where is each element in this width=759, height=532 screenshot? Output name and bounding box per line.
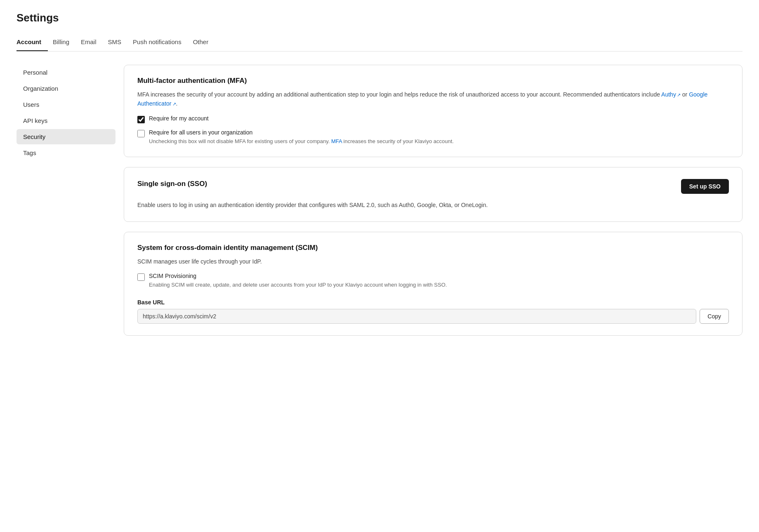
content-area: Personal Organization Users API keys Sec…: [16, 65, 742, 336]
base-url-input-row: Copy: [137, 309, 729, 324]
description-after: .: [176, 100, 178, 107]
tab-billing[interactable]: Billing: [53, 34, 76, 51]
scim-provisioning-label[interactable]: SCIM Provisioning Enabling SCIM will cre…: [149, 273, 447, 289]
sidebar-item-tags[interactable]: Tags: [16, 145, 116, 160]
sso-card-header: Single sign-on (SSO) Set up SSO: [137, 179, 729, 194]
sidebar-item-personal[interactable]: Personal: [16, 65, 116, 80]
sidebar-item-api-keys[interactable]: API keys: [16, 113, 116, 128]
sso-description: Enable users to log in using an authenti…: [137, 200, 729, 210]
external-link-icon-2: ↗: [172, 101, 176, 108]
tab-account[interactable]: Account: [16, 34, 48, 51]
sso-card: Single sign-on (SSO) Set up SSO Enable u…: [124, 167, 742, 221]
sso-card-title: Single sign-on (SSO): [137, 180, 207, 188]
mfa-sublabel-link[interactable]: MFA: [331, 138, 342, 144]
base-url-label: Base URL: [137, 299, 729, 306]
page-title: Settings: [16, 12, 742, 24]
scim-card-title: System for cross-domain identity managem…: [137, 244, 729, 252]
mfa-require-account-row: Require for my account: [137, 115, 729, 123]
tab-other[interactable]: Other: [193, 34, 215, 51]
sidebar: Personal Organization Users API keys Sec…: [16, 65, 124, 336]
tab-push-notifications[interactable]: Push notifications: [133, 34, 188, 51]
tab-email[interactable]: Email: [81, 34, 103, 51]
mfa-card: Multi-factor authentication (MFA) MFA in…: [124, 65, 742, 157]
base-url-input[interactable]: [137, 309, 696, 324]
external-link-icon: ↗: [677, 92, 681, 99]
mfa-description-before: MFA increases the security of your accou…: [137, 91, 661, 98]
scim-provisioning-checkbox[interactable]: [137, 273, 145, 281]
scim-provisioning-sublabel: Enabling SCIM will create, update, and d…: [149, 281, 447, 289]
sidebar-item-organization[interactable]: Organization: [16, 81, 116, 96]
authy-link[interactable]: Authy↗: [661, 91, 681, 98]
base-url-section: Base URL Copy: [137, 299, 729, 324]
set-up-sso-button[interactable]: Set up SSO: [681, 179, 729, 194]
mfa-require-account-label[interactable]: Require for my account: [149, 115, 209, 122]
copy-button[interactable]: Copy: [700, 309, 729, 324]
or-text: or: [681, 91, 689, 98]
tab-sms[interactable]: SMS: [108, 34, 128, 51]
settings-page: Settings Account Billing Email SMS Push …: [0, 0, 759, 532]
scim-provisioning-row: SCIM Provisioning Enabling SCIM will cre…: [137, 273, 729, 289]
scim-description: SCIM manages user life cycles through yo…: [137, 257, 729, 266]
mfa-require-all-users-row: Require for all users in your organizati…: [137, 129, 729, 146]
mfa-require-org-label[interactable]: Require for all users in your organizati…: [149, 129, 454, 146]
main-content: Multi-factor authentication (MFA) MFA in…: [124, 65, 742, 336]
scim-card: System for cross-domain identity managem…: [124, 232, 742, 336]
tabs-bar: Account Billing Email SMS Push notificat…: [16, 34, 742, 52]
mfa-card-title: Multi-factor authentication (MFA): [137, 77, 729, 85]
sidebar-item-users[interactable]: Users: [16, 97, 116, 112]
mfa-require-org-sublabel: Unchecking this box will not disable MFA…: [149, 137, 454, 146]
mfa-require-org-checkbox[interactable]: [137, 130, 145, 137]
mfa-card-description: MFA increases the security of your accou…: [137, 90, 729, 108]
mfa-require-account-checkbox[interactable]: [137, 116, 145, 123]
sidebar-item-security[interactable]: Security: [16, 129, 116, 144]
